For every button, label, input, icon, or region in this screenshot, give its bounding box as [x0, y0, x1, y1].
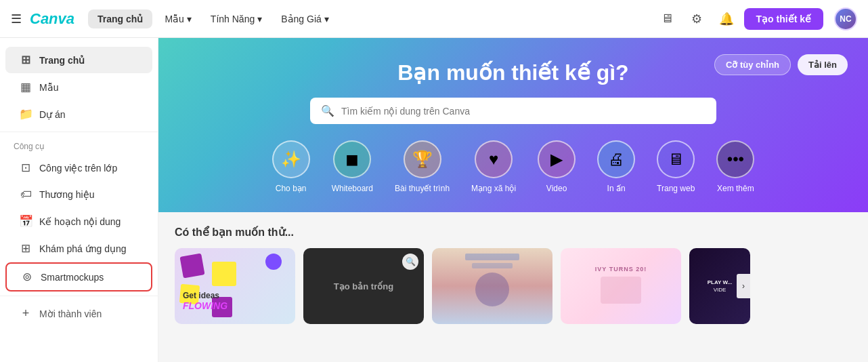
tools-section-label: Công cụ [0, 136, 158, 154]
cho-ban-icon: ✨ [272, 140, 310, 178]
nav-tab-pricing[interactable]: Bảng Giá ▾ [274, 9, 336, 28]
social-icon: ♥ [475, 140, 513, 178]
card-blank[interactable]: 🔍 Tạo bản trống [303, 248, 424, 324]
monitor-icon-button[interactable]: 🖥 [655, 7, 679, 31]
bell-icon-button[interactable]: 🔔 [714, 7, 739, 31]
nav-tab-features[interactable]: Tính Năng ▾ [204, 9, 269, 28]
main-layout: ⊞ Trang chủ ▦ Mẫu 📁 Dự án Công cụ ⊡ Công… [0, 38, 868, 362]
category-video[interactable]: ▶ Video [538, 140, 576, 193]
print-icon: 🖨 [597, 140, 635, 178]
chevron-down-icon: ▾ [257, 14, 262, 24]
sidebar-item-projects[interactable]: 📁 Dự án [5, 101, 152, 127]
add-member-icon: + [19, 306, 32, 321]
card-get-ideas[interactable]: Get ideas FLOWING [175, 248, 295, 324]
category-print[interactable]: 🖨 In ấn [597, 140, 635, 193]
card-search-icon: 🔍 [402, 254, 418, 270]
sidebar-item-brand[interactable]: 🏷 Thương hiệu [5, 182, 152, 207]
blank-card-label: Tạo bản trống [334, 281, 393, 291]
website-icon: 🖥 [657, 140, 695, 178]
templates-icon: ▦ [19, 80, 32, 94]
category-row: ✨ Cho bạn ◼ Whiteboard 🏆 Bài thuyết trìn… [186, 140, 841, 193]
home-icon: ⊞ [19, 53, 32, 67]
category-presentation[interactable]: 🏆 Bài thuyết trình [395, 140, 450, 193]
brand-icon: 🏷 [19, 188, 32, 201]
settings-icon-button[interactable]: ⚙ [685, 7, 709, 31]
suggestions-section: Có thể bạn muốn thử... Get ideas FLOWING [158, 212, 868, 324]
projects-icon: 📁 [19, 107, 32, 121]
layers-icon: ⊡ [19, 161, 32, 175]
apps-icon: ⊞ [19, 241, 32, 256]
card-social-template[interactable] [432, 248, 552, 324]
category-more[interactable]: ••• Xem thêm [716, 140, 754, 193]
whiteboard-icon: ◼ [333, 140, 371, 178]
hero-action-buttons: Cỡ tùy chỉnh Tải lên [714, 54, 848, 75]
card-birthday[interactable]: IVY TURNS 20! [561, 248, 681, 324]
search-icon: 🔍 [321, 104, 334, 117]
avatar[interactable]: NC [834, 7, 857, 31]
sidebar-divider-2 [0, 296, 158, 296]
sidebar-item-templates[interactable]: ▦ Mẫu [5, 74, 152, 100]
video-icon: ▶ [538, 140, 576, 178]
more-icon: ••• [716, 140, 754, 178]
search-input[interactable] [341, 106, 706, 117]
nav-tab-home[interactable]: Trang chủ [88, 9, 152, 28]
presentation-icon: 🏆 [404, 140, 441, 178]
card-video-template[interactable]: PLAY W... VIDE › [689, 248, 750, 324]
smartmockups-icon: ⊚ [20, 270, 34, 284]
canva-logo[interactable]: Canva [30, 10, 74, 28]
sidebar-item-home[interactable]: ⊞ Trang chủ [5, 47, 152, 73]
hero-banner: Cỡ tùy chỉnh Tải lên Bạn muốn thiết kế g… [158, 38, 868, 212]
category-cho-ban[interactable]: ✨ Cho bạn [272, 140, 310, 193]
sidebar-item-explore-apps[interactable]: ⊞ Khám phá ứng dụng [5, 235, 152, 262]
cards-next-button[interactable]: › [737, 274, 750, 298]
section-title: Có thể bạn muốn thử... [175, 226, 852, 239]
cards-row: Get ideas FLOWING 🔍 Tạo bản trống [175, 248, 852, 324]
category-website[interactable]: 🖥 Trang web [657, 140, 695, 193]
get-ideas-text: Get ideas FLOWING [183, 291, 227, 312]
calendar-icon: 📅 [19, 214, 32, 228]
navbar: ☰ Canva Trang chủ Mẫu ▾ Tính Năng ▾ Bảng… [0, 0, 868, 38]
main-content: Cỡ tùy chỉnh Tải lên Bạn muốn thiết kế g… [158, 38, 868, 362]
sidebar-item-layers[interactable]: ⊡ Công việc trên lớp [5, 155, 152, 181]
nav-tab-templates[interactable]: Mẫu ▾ [158, 9, 198, 28]
invite-member-button[interactable]: + Mời thành viên [5, 300, 152, 327]
chevron-down-icon: ▾ [324, 14, 329, 24]
sidebar-item-content-plan[interactable]: 📅 Kế hoạch nội dung [5, 208, 152, 235]
hamburger-menu-icon[interactable]: ☰ [11, 12, 22, 26]
create-design-button[interactable]: Tạo thiết kế [744, 8, 823, 30]
chevron-down-icon: ▾ [187, 14, 192, 24]
search-bar: 🔍 [310, 98, 716, 124]
sidebar: ⊞ Trang chủ ▦ Mẫu 📁 Dự án Công cụ ⊡ Công… [0, 38, 158, 362]
custom-size-button[interactable]: Cỡ tùy chỉnh [714, 54, 791, 75]
upload-button[interactable]: Tải lên [798, 54, 848, 75]
category-whiteboard[interactable]: ◼ Whiteboard [332, 140, 373, 193]
sidebar-divider [0, 132, 158, 132]
sidebar-item-smartmockups[interactable]: ⊚ Smartmockups [5, 262, 152, 291]
category-social[interactable]: ♥ Mạng xã hội [471, 140, 516, 193]
